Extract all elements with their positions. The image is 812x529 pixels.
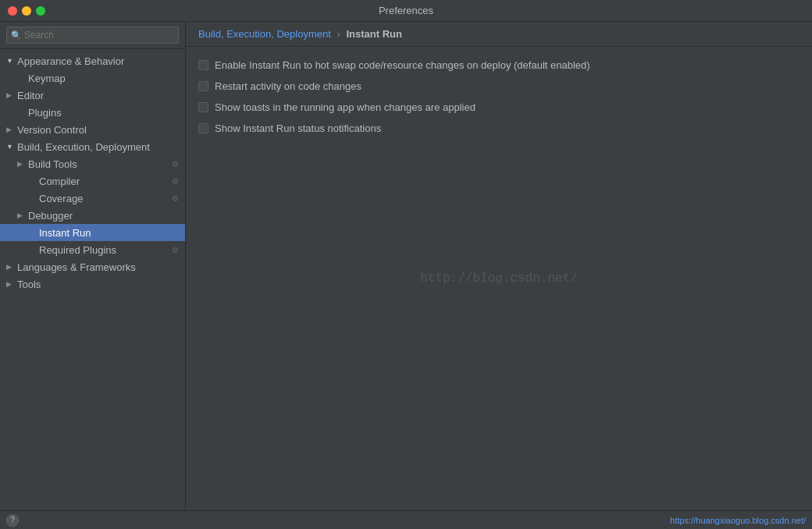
main-container: 🔍 ▼Appearance & BehaviorKeymap▶EditorPlu… bbox=[0, 22, 812, 510]
nav-label: Plugins bbox=[28, 107, 179, 119]
nav-settings-icon: ⚙ bbox=[172, 194, 179, 203]
window-controls bbox=[8, 6, 45, 16]
nav-arrow: ▶ bbox=[6, 263, 17, 271]
breadcrumb: Build, Execution, Deployment › Instant R… bbox=[186, 22, 812, 47]
sidebar: 🔍 ▼Appearance & BehaviorKeymap▶EditorPlu… bbox=[0, 22, 186, 510]
nav-label: Tools bbox=[17, 279, 179, 290]
nav-settings-icon: ⚙ bbox=[172, 246, 179, 254]
search-container: 🔍 bbox=[0, 22, 185, 49]
breadcrumb-link[interactable]: Build, Execution, Deployment bbox=[198, 28, 331, 40]
content-area: Build, Execution, Deployment › Instant R… bbox=[186, 22, 812, 510]
option-item: Enable Instant Run to hot swap code/reso… bbox=[198, 59, 800, 71]
window-title: Preferences bbox=[379, 5, 433, 16]
nav-label: Compiler bbox=[39, 176, 169, 187]
option-label-opt2: Restart activity on code changes bbox=[215, 80, 361, 92]
nav-arrow: ▶ bbox=[17, 160, 28, 168]
nav-label: Keymap bbox=[28, 73, 179, 84]
sidebar-item-plugins[interactable]: Plugins bbox=[0, 104, 185, 121]
statusbar-url: https://huangxiaoguo.blog.csdn.net/ bbox=[670, 516, 806, 525]
nav-label: Languages & Frameworks bbox=[17, 261, 179, 273]
option-checkbox-opt1[interactable] bbox=[198, 60, 208, 70]
search-icon: 🔍 bbox=[11, 30, 22, 41]
nav-settings-icon: ⚙ bbox=[172, 177, 179, 186]
minimize-button[interactable] bbox=[22, 6, 31, 16]
option-item: Show toasts in the running app when chan… bbox=[198, 101, 800, 113]
search-wrapper: 🔍 bbox=[6, 27, 179, 44]
sidebar-item-appearance-behavior[interactable]: ▼Appearance & Behavior bbox=[0, 52, 185, 69]
sidebar-item-languages-frameworks[interactable]: ▶Languages & Frameworks bbox=[0, 258, 185, 275]
statusbar-left: ? bbox=[6, 514, 19, 527]
help-button[interactable]: ? bbox=[6, 514, 19, 527]
sidebar-item-version-control[interactable]: ▶Version Control bbox=[0, 121, 185, 138]
nav-label: Build Tools bbox=[28, 158, 169, 170]
sidebar-item-build-execution-deployment[interactable]: ▼Build, Execution, Deployment bbox=[0, 138, 185, 155]
option-checkbox-opt3[interactable] bbox=[198, 102, 208, 112]
nav-label: Debugger bbox=[28, 210, 179, 222]
sidebar-item-compiler[interactable]: Compiler⚙ bbox=[0, 172, 185, 190]
options-list: Enable Instant Run to hot swap code/reso… bbox=[198, 59, 800, 134]
sidebar-item-instant-run[interactable]: Instant Run bbox=[0, 224, 185, 241]
option-label-opt1: Enable Instant Run to hot swap code/reso… bbox=[215, 59, 590, 71]
nav-arrow: ▼ bbox=[6, 143, 17, 151]
nav-tree: ▼Appearance & BehaviorKeymap▶EditorPlugi… bbox=[0, 49, 185, 510]
close-button[interactable] bbox=[8, 6, 17, 16]
nav-label: Editor bbox=[17, 90, 179, 101]
sidebar-item-tools[interactable]: ▶Tools bbox=[0, 275, 185, 293]
nav-arrow: ▶ bbox=[6, 91, 17, 99]
sidebar-item-debugger[interactable]: ▶Debugger bbox=[0, 207, 185, 224]
nav-label: Coverage bbox=[39, 193, 169, 204]
option-checkbox-opt2[interactable] bbox=[198, 81, 208, 91]
nav-arrow: ▶ bbox=[6, 280, 17, 288]
sidebar-item-keymap[interactable]: Keymap bbox=[0, 69, 185, 87]
nav-label: Instant Run bbox=[39, 227, 179, 239]
sidebar-item-build-tools[interactable]: ▶Build Tools⚙ bbox=[0, 155, 185, 172]
nav-arrow: ▶ bbox=[6, 126, 17, 133]
option-label-opt3: Show toasts in the running app when chan… bbox=[215, 101, 475, 113]
nav-label: Version Control bbox=[17, 124, 179, 136]
nav-settings-icon: ⚙ bbox=[172, 160, 179, 169]
option-item: Restart activity on code changes bbox=[198, 80, 800, 92]
titlebar: Preferences bbox=[0, 0, 812, 22]
maximize-button[interactable] bbox=[36, 6, 45, 16]
sidebar-item-required-plugins[interactable]: Required Plugins⚙ bbox=[0, 241, 185, 258]
breadcrumb-separator: › bbox=[337, 28, 340, 40]
option-checkbox-opt4[interactable] bbox=[198, 123, 208, 133]
nav-arrow: ▶ bbox=[17, 211, 28, 219]
watermark: http://blog.csdn.net/ bbox=[420, 272, 578, 286]
breadcrumb-current: Instant Run bbox=[346, 28, 402, 40]
search-input[interactable] bbox=[6, 27, 179, 44]
sidebar-item-editor[interactable]: ▶Editor bbox=[0, 87, 185, 104]
nav-arrow: ▼ bbox=[6, 57, 17, 65]
content-body: Enable Instant Run to hot swap code/reso… bbox=[186, 47, 812, 510]
sidebar-item-coverage[interactable]: Coverage⚙ bbox=[0, 190, 185, 207]
statusbar: ? https://huangxiaoguo.blog.csdn.net/ bbox=[0, 510, 812, 529]
nav-label: Required Plugins bbox=[39, 244, 169, 256]
option-label-opt4: Show Instant Run status notifications bbox=[215, 122, 381, 134]
nav-label: Appearance & Behavior bbox=[17, 55, 179, 67]
option-item: Show Instant Run status notifications bbox=[198, 122, 800, 134]
nav-label: Build, Execution, Deployment bbox=[17, 141, 179, 153]
